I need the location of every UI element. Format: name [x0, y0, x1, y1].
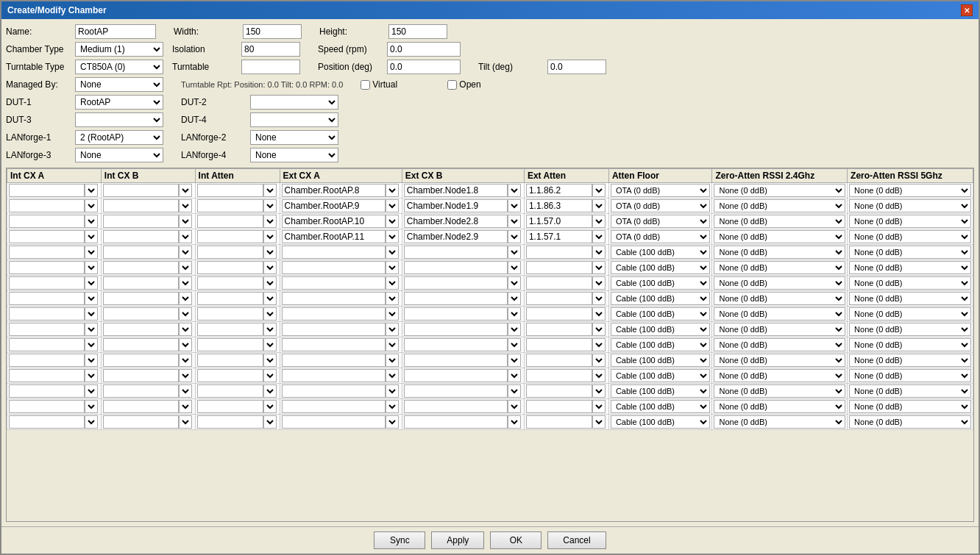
atten-floor-2-select[interactable]: OTA (0 ddB) — [611, 215, 711, 228]
ext-cx-b-9-input[interactable] — [404, 323, 508, 336]
ext-atten-10-input[interactable] — [526, 338, 592, 351]
int-cx-b-2-input[interactable] — [103, 215, 179, 228]
int-cx-a-1-input[interactable] — [9, 199, 85, 212]
int-cx-b-15-input[interactable] — [103, 415, 179, 429]
dut1-select[interactable]: RootAP — [75, 95, 163, 110]
int-atten-15-input[interactable] — [197, 415, 263, 429]
zero-5-7-select[interactable]: None (0 ddB) — [849, 292, 971, 305]
int-cx-b-7-input[interactable] — [103, 292, 179, 305]
ext-atten-1-input[interactable] — [526, 199, 592, 212]
ext-atten-6-input[interactable] — [526, 276, 592, 290]
ext-atten-11-input[interactable] — [526, 354, 592, 367]
ext-cx-b-7-input[interactable] — [404, 292, 508, 305]
zero-24-0-select[interactable]: None (0 ddB) — [714, 184, 845, 197]
width-input[interactable] — [243, 24, 302, 39]
ext-cx-a-1-input[interactable] — [282, 199, 386, 212]
ext-cx-a-10-input[interactable] — [282, 338, 386, 351]
atten-floor-14-select[interactable]: Cable (100 ddB) — [611, 400, 711, 413]
int-cx-a-13-input[interactable] — [9, 384, 85, 398]
atten-floor-10-select[interactable]: Cable (100 ddB) — [611, 338, 711, 351]
dut3-select[interactable] — [75, 112, 163, 127]
int-cx-a-3-input[interactable] — [9, 230, 85, 243]
atten-floor-11-select[interactable]: Cable (100 ddB) — [611, 354, 711, 367]
zero-5-15-select[interactable]: None (0 ddB) — [849, 415, 971, 429]
int-cx-b-5-input[interactable] — [103, 261, 179, 274]
ext-cx-b-8-input[interactable] — [404, 307, 508, 321]
ext-cx-a-12-input[interactable] — [282, 369, 386, 382]
atten-floor-0-select[interactable]: OTA (0 ddB) — [611, 184, 711, 197]
ext-atten-7-input[interactable] — [526, 292, 592, 305]
zero-24-6-select[interactable]: None (0 ddB) — [714, 276, 845, 290]
cancel-button[interactable]: Cancel — [547, 531, 606, 549]
zero-24-7-select[interactable]: None (0 ddB) — [714, 292, 845, 305]
ext-cx-a-7-input[interactable] — [282, 292, 386, 305]
atten-floor-9-select[interactable]: Cable (100 ddB) — [611, 323, 711, 336]
int-cx-a-12-input[interactable] — [9, 369, 85, 382]
zero-24-9-select[interactable]: None (0 ddB) — [714, 323, 845, 336]
ext-cx-b-11-input[interactable] — [404, 354, 508, 367]
int-atten-12-input[interactable] — [197, 369, 263, 382]
int-cx-a-9-input[interactable] — [9, 323, 85, 336]
int-cx-a-5-input[interactable] — [9, 261, 85, 274]
ext-cx-b-12-input[interactable] — [404, 369, 508, 382]
turntable-type-select[interactable]: CT850A (0) — [75, 60, 163, 74]
int-atten-9-input[interactable] — [197, 323, 263, 336]
int-atten-2-input[interactable] — [197, 215, 263, 228]
virtual-checkbox[interactable] — [361, 80, 370, 90]
ext-atten-13-input[interactable] — [526, 384, 592, 398]
zero-5-5-select[interactable]: None (0 ddB) — [849, 261, 971, 274]
zero-24-3-select[interactable]: None (0 ddB) — [714, 230, 845, 243]
int-cx-b-6-input[interactable] — [103, 276, 179, 290]
lanforge4-select[interactable]: None — [250, 148, 338, 162]
ext-cx-b-15-input[interactable] — [404, 415, 508, 429]
int-cx-a-15-input[interactable] — [9, 415, 85, 429]
lanforge3-select[interactable]: None — [75, 148, 163, 162]
int-cx-b-11-input[interactable] — [103, 354, 179, 367]
int-atten-7-input[interactable] — [197, 292, 263, 305]
dut4-select[interactable] — [250, 112, 338, 127]
ext-cx-a-4-input[interactable] — [282, 246, 386, 259]
int-cx-a-4-input[interactable] — [9, 246, 85, 259]
ext-atten-4-input[interactable] — [526, 246, 592, 259]
atten-floor-7-select[interactable]: Cable (100 ddB) — [611, 292, 711, 305]
ext-atten-5-input[interactable] — [526, 261, 592, 274]
zero-24-10-select[interactable]: None (0 ddB) — [714, 338, 845, 351]
zero-5-11-select[interactable]: None (0 ddB) — [849, 354, 971, 367]
ext-cx-b-13-input[interactable] — [404, 384, 508, 398]
int-cx-a-14-input[interactable] — [9, 400, 85, 413]
int-cx-b-8-input[interactable] — [103, 307, 179, 321]
atten-floor-12-select[interactable]: Cable (100 ddB) — [611, 369, 711, 382]
int-cx-a-10-input[interactable] — [9, 338, 85, 351]
int-cx-b-0-input[interactable] — [103, 184, 179, 197]
open-checkbox[interactable] — [447, 80, 457, 90]
dut2-select[interactable] — [250, 95, 338, 110]
zero-5-14-select[interactable]: None (0 ddB) — [849, 400, 971, 413]
height-input[interactable] — [388, 24, 447, 39]
ext-cx-a-3-input[interactable] — [282, 230, 386, 243]
int-cx-b-4-input[interactable] — [103, 246, 179, 259]
zero-5-13-select[interactable]: None (0 ddB) — [849, 384, 971, 398]
isolation-input[interactable] — [241, 42, 300, 57]
zero-24-4-select[interactable]: None (0 ddB) — [714, 246, 845, 259]
speed-input[interactable] — [387, 42, 461, 57]
ext-atten-14-input[interactable] — [526, 400, 592, 413]
int-cx-a-0-input[interactable] — [9, 184, 85, 197]
int-atten-4-input[interactable] — [197, 246, 263, 259]
zero-24-14-select[interactable]: None (0 ddB) — [714, 400, 845, 413]
ext-cx-a-2-input[interactable] — [282, 215, 386, 228]
atten-floor-5-select[interactable]: Cable (100 ddB) — [611, 261, 711, 274]
int-cx-a-6-input[interactable] — [9, 276, 85, 290]
ext-cx-a-0-input[interactable] — [282, 184, 386, 197]
ext-cx-b-14-input[interactable] — [404, 400, 508, 413]
int-atten-14-input[interactable] — [197, 400, 263, 413]
ext-cx-a-14-input[interactable] — [282, 400, 386, 413]
ext-atten-2-input[interactable] — [526, 215, 592, 228]
int-cx-b-1-input[interactable] — [103, 199, 179, 212]
ext-cx-a-11-input[interactable] — [282, 354, 386, 367]
zero-5-2-select[interactable]: None (0 ddB) — [849, 215, 971, 228]
ext-cx-a-15-input[interactable] — [282, 415, 386, 429]
int-atten-11-input[interactable] — [197, 354, 263, 367]
atten-floor-8-select[interactable]: Cable (100 ddB) — [611, 307, 711, 321]
sync-button[interactable]: Sync — [374, 531, 425, 549]
zero-24-8-select[interactable]: None (0 ddB) — [714, 307, 845, 321]
